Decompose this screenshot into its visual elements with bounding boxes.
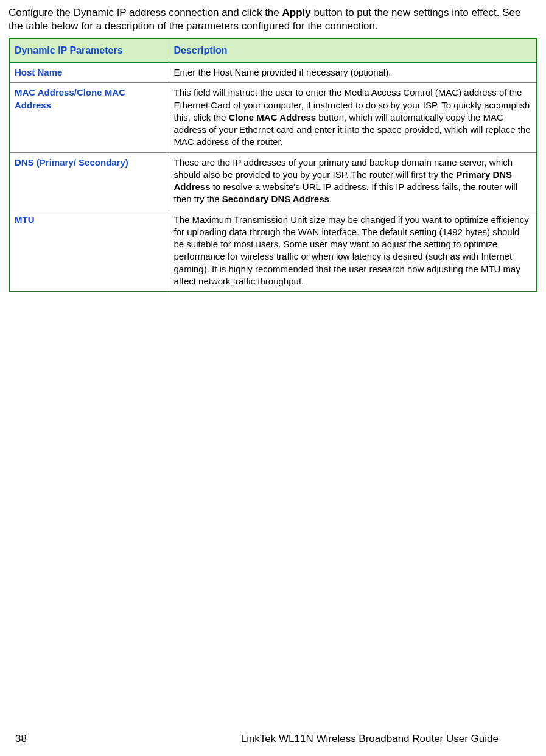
param-mtu: MTU	[9, 210, 169, 292]
param-mac: MAC Address/Clone MAC Address	[9, 83, 169, 152]
guide-title: LinkTek WL11N Wireless Broadband Router …	[241, 733, 499, 745]
intro-apply-bold: Apply	[282, 7, 311, 18]
header-desc: Description	[169, 38, 537, 63]
table-header-row: Dynamic IP Parameters Description	[9, 38, 537, 63]
table-row: MAC Address/Clone MAC Address This field…	[9, 83, 537, 152]
intro-paragraph: Configure the Dynamic IP address connect…	[9, 6, 537, 33]
intro-prefix: Configure the Dynamic IP address connect…	[9, 7, 282, 18]
table-row: Host Name Enter the Host Name provided i…	[9, 63, 537, 83]
desc-mac: This field will instruct the user to ent…	[169, 83, 537, 152]
desc-dns-p3: .	[329, 194, 332, 204]
page-number: 38	[15, 733, 27, 745]
page-footer: 38 LinkTek WL11N Wireless Broadband Rout…	[0, 733, 546, 745]
desc-hostname: Enter the Host Name provided if necessar…	[169, 63, 537, 83]
param-hostname: Host Name	[9, 63, 169, 83]
table-row: DNS (Primary/ Secondary) These are the I…	[9, 152, 537, 210]
param-dns: DNS (Primary/ Secondary)	[9, 152, 169, 210]
desc-mtu: The Maximum Transmission Unit size may b…	[169, 210, 537, 292]
parameters-table: Dynamic IP Parameters Description Host N…	[9, 38, 537, 292]
desc-dns-b2: Secondary DNS Address	[222, 194, 329, 204]
table-row: MTU The Maximum Transmission Unit size m…	[9, 210, 537, 292]
header-param: Dynamic IP Parameters	[9, 38, 169, 63]
desc-dns: These are the IP addresses of your prima…	[169, 152, 537, 210]
desc-mac-b1: Clone MAC Address	[229, 112, 317, 122]
